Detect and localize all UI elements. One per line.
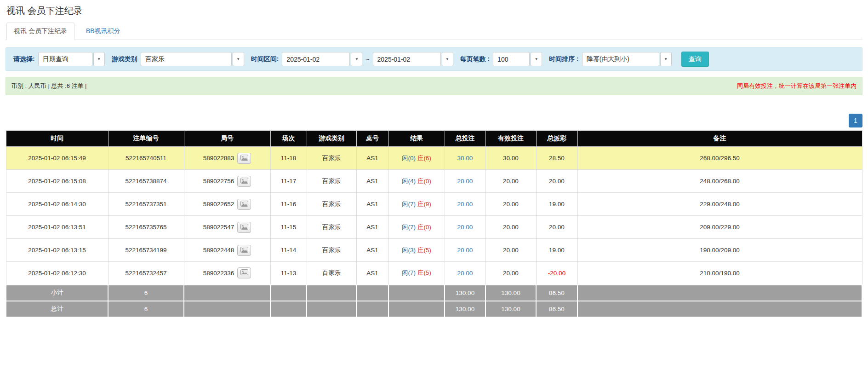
game-result-image-icon xyxy=(240,178,248,185)
tab-betting-records[interactable]: 视讯 会员下注纪录 xyxy=(6,23,74,40)
cell-time: 2025-01-02 06:15:08 xyxy=(6,170,108,193)
cell-time: 2025-01-02 06:13:15 xyxy=(6,239,108,262)
cell-time: 2025-01-02 06:15:49 xyxy=(6,147,108,170)
tabs-bar: 视讯 会员下注纪录 BB视讯积分 xyxy=(6,23,862,40)
round-result-button[interactable] xyxy=(237,267,251,278)
cell-total-bet: 20.00 xyxy=(445,170,485,193)
empty-cell xyxy=(270,301,307,317)
query-type-label: 请选择: xyxy=(13,55,35,64)
cell-total-bet: 20.00 xyxy=(445,262,485,285)
cell-table-no: AS1 xyxy=(356,193,388,216)
empty-cell xyxy=(307,285,356,301)
cell-payout: 20.00 xyxy=(536,216,577,239)
result-player-text: 闲(4) xyxy=(402,178,416,185)
cell-payout: 19.00 xyxy=(536,239,577,262)
game-result-image-icon xyxy=(240,201,248,208)
col-header-payout: 总派彩 xyxy=(536,131,577,147)
cell-note: 209.00/229.00 xyxy=(577,216,862,239)
empty-cell xyxy=(356,301,388,317)
round-id-text: 589022652 xyxy=(203,201,234,208)
round-result-button[interactable] xyxy=(237,176,251,187)
cell-bet-id: 522165735765 xyxy=(108,216,184,239)
col-header-table-no: 桌号 xyxy=(356,131,388,147)
cell-payout: 28.50 xyxy=(536,147,577,170)
round-result-button[interactable] xyxy=(237,199,251,210)
table-row: 2025-01-02 06:14:30 522165737351 5890226… xyxy=(6,193,862,216)
chevron-down-icon: ▼ xyxy=(664,58,668,61)
cell-round-id: 589022336 xyxy=(184,262,270,285)
cell-note: 190.00/209.00 xyxy=(577,239,862,262)
total-label: 总计 xyxy=(6,301,108,317)
subtotal-count: 6 xyxy=(108,285,184,301)
cell-table-no: AS1 xyxy=(356,216,388,239)
sort-order-input[interactable]: 降幂(由大到小) xyxy=(582,52,659,66)
result-player-text: 闲(7) xyxy=(402,224,416,231)
total-bet-link[interactable]: 20.00 xyxy=(457,178,473,185)
filter-bar: 请选择: 日期查询 ▼ 游戏类别 百家乐 ▼ 时间区间: 2025-01-02 … xyxy=(6,47,862,71)
total-bet-link[interactable]: 30.00 xyxy=(457,155,473,162)
tab-bb-video-points[interactable]: BB视讯积分 xyxy=(79,23,127,40)
total-bet-link[interactable]: 20.00 xyxy=(457,270,473,277)
cell-session: 11-18 xyxy=(270,147,307,170)
col-header-time: 时间 xyxy=(6,131,108,147)
cell-result: 闲(0) 庄(6) xyxy=(388,147,445,170)
empty-cell xyxy=(270,285,307,301)
cell-round-id: 589022547 xyxy=(184,216,270,239)
query-type-input[interactable]: 日期查询 xyxy=(38,52,92,66)
cell-valid-bet: 20.00 xyxy=(485,239,536,262)
result-player-text: 闲(0) xyxy=(402,155,416,162)
empty-cell xyxy=(577,285,862,301)
pagination-page-1-button[interactable]: 1 xyxy=(849,114,862,127)
cell-result: 闲(4) 庄(0) xyxy=(388,170,445,193)
date-to-caret-button[interactable]: ▼ xyxy=(442,52,453,66)
date-from-caret-button[interactable]: ▼ xyxy=(351,52,362,66)
result-banker-text: 庄(0) xyxy=(417,224,431,231)
sort-order-caret-button[interactable]: ▼ xyxy=(660,52,672,66)
col-header-note: 备注 xyxy=(577,131,862,147)
date-from-input[interactable]: 2025-01-02 xyxy=(282,52,350,66)
date-from-combobox: 2025-01-02 ▼ xyxy=(282,52,362,66)
round-result-button[interactable] xyxy=(237,153,251,164)
cell-session: 11-16 xyxy=(270,193,307,216)
query-type-combobox: 日期查询 ▼ xyxy=(38,52,105,66)
cell-total-bet: 30.00 xyxy=(445,147,485,170)
empty-cell xyxy=(388,285,445,301)
search-button[interactable]: 查询 xyxy=(681,52,709,67)
chevron-down-icon: ▼ xyxy=(355,58,359,61)
game-type-input[interactable]: 百家乐 xyxy=(141,52,232,66)
cell-table-no: AS1 xyxy=(356,239,388,262)
round-result-button[interactable] xyxy=(237,222,251,233)
game-type-caret-button[interactable]: ▼ xyxy=(233,52,244,66)
game-result-image-icon xyxy=(240,155,248,162)
chevron-down-icon: ▼ xyxy=(97,58,101,61)
query-type-caret-button[interactable]: ▼ xyxy=(93,52,105,66)
game-result-image-icon xyxy=(240,224,248,231)
page-size-input[interactable]: 100 xyxy=(493,52,530,66)
cell-result: 闲(3) 庄(5) xyxy=(388,239,445,262)
round-id-text: 589022883 xyxy=(203,155,234,162)
cell-result: 闲(7) 庄(9) xyxy=(388,193,445,216)
col-header-bet-id: 注单编号 xyxy=(108,131,184,147)
cell-bet-id: 522165732457 xyxy=(108,262,184,285)
subtotal-label: 小计 xyxy=(6,285,108,301)
total-bet-link[interactable]: 20.00 xyxy=(457,247,473,254)
date-to-input[interactable]: 2025-01-02 xyxy=(373,52,441,66)
chevron-down-icon: ▼ xyxy=(445,58,449,61)
cell-time: 2025-01-02 06:14:30 xyxy=(6,193,108,216)
total-bet-link[interactable]: 20.00 xyxy=(457,201,473,208)
cell-bet-id: 522165740511 xyxy=(108,147,184,170)
cell-round-id: 589022652 xyxy=(184,193,270,216)
empty-cell xyxy=(307,301,356,317)
sort-order-combobox: 降幂(由大到小) ▼ xyxy=(582,52,672,66)
page-size-caret-button[interactable]: ▼ xyxy=(531,52,542,66)
cell-result: 闲(7) 庄(5) xyxy=(388,262,445,285)
round-result-button[interactable] xyxy=(237,245,251,256)
col-header-valid-bet: 有效投注 xyxy=(485,131,536,147)
game-type-label: 游戏类别 xyxy=(112,55,137,64)
cell-round-id: 589022756 xyxy=(184,170,270,193)
col-header-session: 场次 xyxy=(270,131,307,147)
cell-note: 210.00/190.00 xyxy=(577,262,862,285)
cell-session: 11-13 xyxy=(270,262,307,285)
game-type-combobox: 百家乐 ▼ xyxy=(141,52,244,66)
total-bet-link[interactable]: 20.00 xyxy=(457,224,473,231)
